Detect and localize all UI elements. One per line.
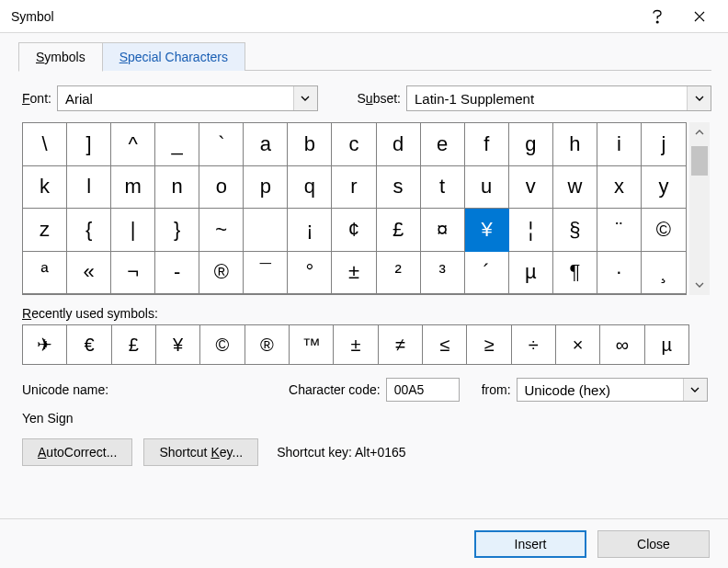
symbol-cell[interactable]: b	[288, 123, 332, 166]
symbol-cell[interactable]: ¤	[421, 209, 465, 252]
recent-symbol-cell[interactable]: ×	[556, 325, 600, 364]
symbol-cell[interactable]: v	[509, 166, 553, 210]
recent-symbol-cell[interactable]: ≤	[423, 325, 467, 364]
symbol-cell[interactable]: p	[244, 166, 288, 210]
symbol-cell[interactable]: d	[377, 123, 421, 166]
symbol-cell[interactable]: f	[465, 123, 509, 166]
symbol-cell[interactable]: °	[288, 252, 332, 295]
recent-symbol-cell[interactable]: ±	[334, 325, 378, 364]
recent-symbol-cell[interactable]: ≥	[467, 325, 511, 364]
symbol-cell[interactable]: |	[111, 209, 155, 252]
close-button[interactable]: Close	[597, 530, 710, 558]
recent-symbol-cell[interactable]: ™	[290, 325, 334, 364]
close-window-button[interactable]	[678, 0, 721, 33]
shortcut-key-text: Shortcut key: Alt+0165	[277, 445, 405, 460]
symbol-cell[interactable]: £	[377, 209, 421, 252]
font-combo[interactable]: Arial	[57, 85, 318, 111]
symbol-cell[interactable]: ©	[642, 209, 686, 252]
symbol-cell[interactable]: s	[377, 166, 421, 210]
recent-symbol-cell[interactable]: ®	[245, 325, 290, 364]
chevron-down-icon[interactable]	[687, 86, 711, 110]
symbol-cell[interactable]	[244, 209, 288, 252]
scrollbar-track[interactable]	[689, 142, 710, 275]
chevron-down-icon[interactable]	[293, 86, 317, 110]
scroll-down-icon[interactable]	[689, 275, 710, 295]
autocorrect-button[interactable]: AutoCorrect...	[22, 438, 132, 466]
recent-symbol-cell[interactable]: £	[112, 325, 156, 364]
symbol-cell[interactable]: x	[597, 166, 642, 210]
symbol-cell[interactable]: }	[155, 209, 199, 252]
recent-symbol-cell[interactable]: ¥	[156, 325, 200, 364]
scrollbar-thumb[interactable]	[691, 146, 708, 176]
symbol-cell[interactable]: c	[332, 123, 376, 166]
recent-symbol-cell[interactable]: µ	[645, 325, 688, 364]
symbol-cell[interactable]: «	[67, 252, 111, 295]
symbol-cell[interactable]: r	[332, 166, 376, 210]
symbol-cell[interactable]: ¥	[465, 209, 509, 252]
symbol-cell[interactable]: j	[642, 123, 686, 166]
recent-symbol-cell[interactable]: €	[67, 325, 111, 364]
symbol-cell[interactable]: q	[288, 166, 332, 210]
from-combo[interactable]: Unicode (hex)	[517, 378, 708, 402]
symbol-cell[interactable]: y	[642, 166, 686, 210]
recent-symbol-cell[interactable]: ÷	[512, 325, 556, 364]
tab-symbols[interactable]: Symbols	[18, 42, 103, 72]
symbol-cell[interactable]: `	[199, 123, 244, 166]
symbol-cell[interactable]: m	[111, 166, 155, 210]
symbol-cell[interactable]: t	[421, 166, 465, 210]
symbol-cell[interactable]: ²	[377, 252, 421, 295]
subset-combo[interactable]: Latin-1 Supplement	[406, 85, 711, 111]
symbol-cell[interactable]: ¨	[597, 209, 642, 252]
symbol-cell[interactable]: h	[553, 123, 597, 166]
symbol-cell[interactable]: n	[155, 166, 199, 210]
symbol-cell[interactable]: ¦	[509, 209, 553, 252]
symbol-cell[interactable]: i	[597, 123, 642, 166]
symbol-grid-container: \]^_`abcdefghijklmnopqrstuvwxyz{|}~¡¢£¤¥…	[22, 122, 710, 295]
symbol-cell[interactable]: z	[23, 209, 67, 252]
insert-button[interactable]: Insert	[474, 530, 586, 558]
symbol-cell[interactable]: ]	[67, 123, 111, 166]
tab-special-characters[interactable]: Special Characters	[102, 42, 245, 71]
symbol-cell[interactable]: w	[553, 166, 597, 210]
symbol-cell[interactable]: {	[67, 209, 111, 252]
recent-symbol-cell[interactable]: ©	[200, 325, 245, 364]
symbol-cell[interactable]: o	[199, 166, 244, 210]
scroll-up-icon[interactable]	[689, 122, 710, 142]
shortcut-key-button[interactable]: Shortcut Key...	[143, 438, 258, 466]
symbol-cell[interactable]: ^	[111, 123, 155, 166]
recent-symbol-cell[interactable]: ≠	[379, 325, 423, 364]
symbol-cell[interactable]: §	[553, 209, 597, 252]
symbol-cell[interactable]: ¶	[553, 252, 597, 295]
symbol-cell[interactable]: ¡	[288, 209, 332, 252]
character-code-input[interactable]: 00A5	[386, 378, 460, 402]
symbol-cell[interactable]: u	[465, 166, 509, 210]
symbol-cell[interactable]: a	[244, 123, 288, 166]
recent-symbol-cell[interactable]: ∞	[600, 325, 644, 364]
symbol-cell[interactable]: ¢	[332, 209, 376, 252]
symbol-cell[interactable]: ª	[23, 252, 67, 295]
symbol-cell[interactable]: ~	[199, 209, 244, 252]
symbol-cell[interactable]: \	[23, 123, 67, 166]
grid-scrollbar[interactable]	[689, 122, 710, 295]
symbol-cell[interactable]: k	[23, 166, 67, 210]
symbol-cell[interactable]: ·	[597, 252, 642, 295]
chevron-down-icon[interactable]	[683, 379, 707, 401]
symbol-cell[interactable]: g	[509, 123, 553, 166]
symbol-cell[interactable]: ³	[421, 252, 465, 295]
help-button[interactable]	[636, 0, 678, 33]
symbol-cell[interactable]: l	[67, 166, 111, 210]
symbol-cell[interactable]: ´	[465, 252, 509, 295]
symbol-cell[interactable]: e	[421, 123, 465, 166]
symbol-cell[interactable]: ¸	[642, 252, 686, 295]
recent-symbol-cell[interactable]: ✈	[23, 325, 67, 364]
symbol-cell[interactable]: µ	[509, 252, 553, 295]
recently-used-grid[interactable]: ✈€£¥©®™±≠≤≥÷×∞µ	[22, 324, 689, 365]
symbol-cell[interactable]: ®	[199, 252, 244, 295]
symbol-cell[interactable]: ¯	[244, 252, 288, 295]
symbol-cell[interactable]: ¬	[111, 252, 155, 295]
symbol-grid[interactable]: \]^_`abcdefghijklmnopqrstuvwxyz{|}~¡¢£¤¥…	[22, 122, 687, 295]
symbol-cell[interactable]: ±	[332, 252, 376, 295]
symbol-cell[interactable]: ­-	[155, 252, 199, 295]
symbol-cell[interactable]: _	[155, 123, 199, 166]
unicode-name-value: Yen Sign	[22, 411, 711, 426]
